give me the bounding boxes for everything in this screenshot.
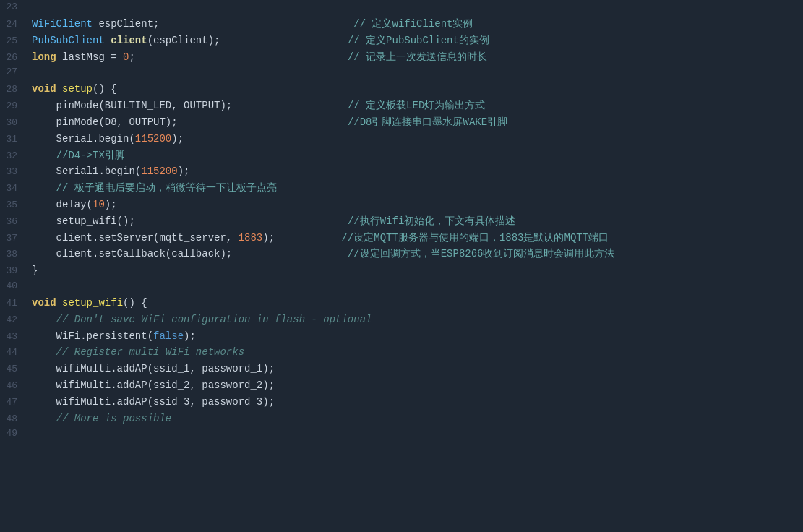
line-content: wifiMulti.addAP(ssid_3, password_3); [29,394,803,410]
line-content: // Register multi WiFi networks [29,344,803,360]
line-number: 31 [0,132,29,147]
line-number: 42 [0,313,29,328]
line-content: client.setServer(mqtt_server, 1883); //设… [29,230,803,246]
code-line-23: 23 [0,0,803,16]
code-line-24: 24 WiFiClient espClient; // 定义wifiClient… [0,16,803,33]
line-number: 23 [0,0,29,15]
line-content: pinMode(BUILTIN_LED, OUTPUT); // 定义板载LED… [29,98,803,113]
line-number: 37 [0,231,29,246]
code-line-49: 49 [0,426,803,442]
code-line-25: 25 PubSubClient client(espClient); // 定义… [0,33,803,49]
line-number: 39 [0,264,29,279]
code-line-37: 37 client.setServer(mqtt_server, 1883); … [0,230,803,246]
code-line-47: 47 wifiMulti.addAP(ssid_3, password_3); [0,394,803,411]
line-content: pinMode(D8, OUTPUT); //D8引脚连接串口墨水屏WAKE引脚 [29,114,803,130]
line-number: 35 [0,198,29,213]
line-number: 33 [0,165,29,180]
line-content: wifiMulti.addAP(ssid_2, password_2); [29,377,803,393]
line-content: client.setCallback(callback); //设定回调方式，当… [29,246,803,262]
line-number: 44 [0,346,29,361]
line-number: 29 [0,99,29,114]
code-line-35: 35 delay(10); [0,197,803,213]
code-line-38: 38 client.setCallback(callback); //设定回调方… [0,246,803,262]
line-content: // More is possible [29,411,803,426]
code-line-26: 26 long lastMsg = 0; // 记录上一次发送信息的时长 [0,49,803,66]
line-number: 28 [0,82,29,98]
code-line-33: 33 Serial1.begin(115200); [0,163,803,180]
line-number: 40 [0,279,29,294]
line-number: 34 [0,181,29,197]
code-editor: 23 24 WiFiClient espClient; // 定义wifiCli… [0,0,803,532]
line-content: void setup() { [29,81,803,97]
line-number: 48 [0,412,29,427]
line-number: 27 [0,65,29,80]
line-content: long lastMsg = 0; // 记录上一次发送信息的时长 [29,49,803,65]
line-number: 25 [0,34,29,49]
code-line-46: 46 wifiMulti.addAP(ssid_2, password_2); [0,377,803,394]
line-content: // 板子通电后要启动，稍微等待一下让板子点亮 [29,180,803,196]
code-line-29: 29 pinMode(BUILTIN_LED, OUTPUT); // 定义板载… [0,98,803,114]
code-line-31: 31 Serial.begin(115200); [0,131,803,147]
line-number: 38 [0,247,29,262]
line-number: 30 [0,116,29,131]
line-number: 43 [0,330,29,345]
line-content: delay(10); [29,197,803,213]
line-number: 47 [0,395,29,411]
code-line-30: 30 pinMode(D8, OUTPUT); //D8引脚连接串口墨水屏WAK… [0,114,803,131]
line-content: //D4->TX引脚 [29,147,803,163]
line-content: setup_wifi(); //执行Wifi初始化，下文有具体描述 [29,213,803,229]
code-line-41: 41 void setup_wifi() { [0,295,803,312]
code-line-27: 27 [0,65,803,81]
line-content: PubSubClient client(espClient); // 定义Pub… [29,33,803,48]
code-line-34: 34 // 板子通电后要启动，稍微等待一下让板子点亮 [0,180,803,197]
code-line-45: 45 wifiMulti.addAP(ssid_1, password_1); [0,361,803,377]
code-line-48: 48 // More is possible [0,411,803,427]
code-line-36: 36 setup_wifi(); //执行Wifi初始化，下文有具体描述 [0,213,803,230]
line-content: wifiMulti.addAP(ssid_1, password_1); [29,361,803,377]
line-number: 46 [0,379,29,394]
code-line-32: 32 //D4->TX引脚 [0,147,803,164]
line-content: } [29,262,803,278]
line-number: 24 [0,17,29,33]
line-content: // Don't save WiFi configuration in flas… [29,312,803,327]
code-line-42: 42 // Don't save WiFi configuration in f… [0,312,803,328]
code-line-40: 40 [0,279,803,295]
line-number: 41 [0,296,29,312]
code-line-44: 44 // Register multi WiFi networks [0,344,803,361]
code-line-43: 43 WiFi.persistent(false); [0,328,803,345]
line-content: Serial1.begin(115200); [29,163,803,179]
code-line-28: 28 void setup() { [0,81,803,98]
line-content: WiFi.persistent(false); [29,328,803,344]
line-number: 36 [0,215,29,230]
line-content: Serial.begin(115200); [29,131,803,147]
line-number: 49 [0,426,29,442]
line-content: void setup_wifi() { [29,295,803,311]
line-number: 32 [0,149,29,164]
line-content: WiFiClient espClient; // 定义wifiClient实例 [29,16,803,32]
line-number: 45 [0,362,29,377]
line-number: 26 [0,51,29,66]
code-line-39: 39 } [0,262,803,279]
